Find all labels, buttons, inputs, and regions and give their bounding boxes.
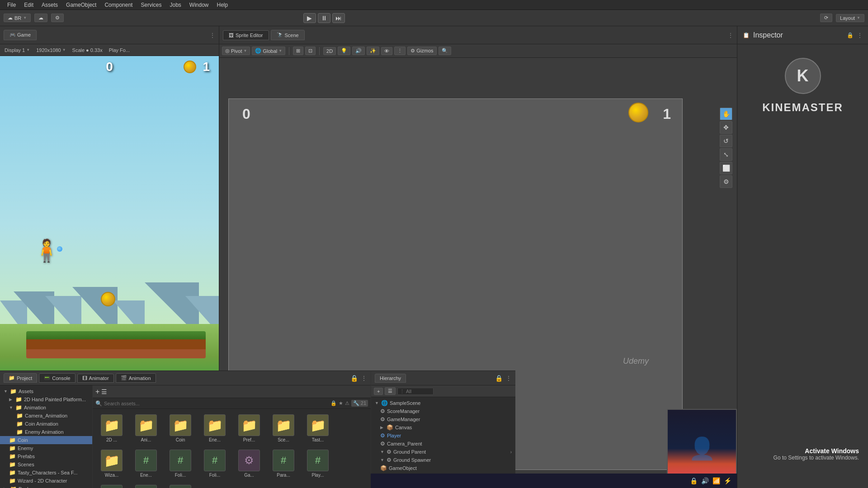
rotate-tool[interactable]: ↺ [720,135,732,147]
account-button[interactable]: ☁ BR ▼ [4,14,31,22]
play-button[interactable]: ▶ [303,13,316,23]
tab-hierarchy[interactable]: Hierarchy [375,374,406,383]
asset-menu-icon[interactable]: ☰ [101,388,107,395]
tree-camera-animation[interactable]: 📁 Camera_Animation [0,412,92,420]
hier-ground-parent[interactable]: ▼ ⚙ Ground Parent › [371,448,515,456]
2d-button[interactable]: 2D [323,47,336,55]
hierarchy-more-icon[interactable]: ⋮ [505,375,512,382]
asset-animation[interactable]: 📁 Ani... [131,413,161,444]
layout-dropdown[interactable]: Layout ▼ [836,14,864,22]
hier-player[interactable]: ⚙ Player [371,432,515,440]
inspector-more-icon[interactable]: ⋮ [857,32,863,38]
hier-camera-parent[interactable]: ⚙ Camera_Parent [371,440,515,448]
asset-script-spawn[interactable]: # Spa... [165,483,196,488]
taskbar-icon-4[interactable]: ⚡ [724,477,731,484]
asset-scenes[interactable]: 📁 Sce... [268,413,299,444]
asset-prefabs[interactable]: 📁 Pref... [234,413,264,444]
menu-gameobject[interactable]: GameObject [62,1,100,9]
tab-scene[interactable]: 🔭 Scene [271,30,305,40]
tree-enemy[interactable]: 📁 Enemy [0,444,92,452]
hier-sample-scene[interactable]: ▼ 🌐 SampleScene [371,399,515,407]
asset-search-input[interactable] [104,401,158,406]
asset-script-3[interactable]: # Foli... [199,448,230,479]
rect-tool[interactable]: ⬜ [720,162,732,174]
tab-project[interactable]: 📁 Project [4,373,37,383]
asset-script-4[interactable]: # Para... [268,448,299,479]
hier-ground-spawner[interactable]: ▼ ⚙ Ground Spawner [371,456,515,464]
hidden-button[interactable]: 👁 [381,47,392,55]
game-scale-selector[interactable]: Scale ● 0.33x [71,47,104,53]
lighting-button[interactable]: 💡 [338,47,350,55]
snap-button[interactable]: ⊡ [305,47,316,55]
tab-animator[interactable]: 🎞 Animator [77,374,114,383]
game-play-focus[interactable]: Play Fo... [107,47,132,53]
taskbar-icon-3[interactable]: 📶 [712,477,720,484]
pivot-button[interactable]: ◎ Pivot ▼ [222,47,250,55]
cloud-button[interactable]: ☁ [34,14,47,22]
tab-animation[interactable]: 🎬 Animation [116,373,156,383]
asset-enemy[interactable]: 📁 Ene... [199,413,230,444]
hier-game-manager[interactable]: ⚙ GameManager [371,415,515,423]
grid-button[interactable]: ⊞ [293,47,303,55]
fx-button[interactable]: ✨ [367,47,379,55]
taskbar-icon-1[interactable]: 🔒 [690,477,698,484]
tree-animation[interactable]: ▼ 📁 Animation [0,404,92,412]
project-more-icon[interactable]: ⋮ [361,375,367,382]
tree-2d-platform[interactable]: ▶ 📁 2D Hand Painted Platform... [0,395,92,404]
move-tool[interactable]: ✥ [720,121,732,134]
menu-file[interactable]: File [4,1,19,9]
scale-tool[interactable]: ⤡ [720,148,732,161]
tree-enemy-animation[interactable]: 📁 Enemy Animation [0,428,92,436]
global-button[interactable]: 🌐 Global ▼ [252,47,285,55]
game-resolution-selector[interactable]: 868x488 ▼ [34,47,67,53]
gizmos-button[interactable]: ⚙ Gizmos [407,47,436,55]
taskbar-icon-2[interactable]: 🔊 [701,477,709,484]
hier-score-manager[interactable]: ⚙ ScoreManager [371,407,515,415]
tab-game[interactable]: 🎮 Game [4,30,37,40]
layout-button[interactable]: ⟳ [820,14,832,22]
menu-edit[interactable]: Edit [20,1,37,9]
tree-coin[interactable]: 📁 Coin [0,436,92,444]
step-button[interactable]: ⏭ [332,13,345,23]
asset-script-score[interactable]: # Sco... [131,483,161,488]
asset-coin[interactable]: 📁 Coin [165,413,196,444]
tab-console[interactable]: 📟 Console [39,373,75,383]
project-lock-icon[interactable]: 🔒 [350,375,358,382]
tree-wizard[interactable]: 📁 Wizard - 2D Character [0,477,92,485]
scene-tab-more[interactable]: ⋮ [728,32,733,38]
add-asset-icon[interactable]: + [95,388,99,396]
settings-button[interactable]: ⚙ [51,14,64,22]
asset-tasty[interactable]: 📁 Tast... [302,413,333,444]
tab-sprite-editor[interactable]: 🖼 Sprite Editor [223,30,269,40]
asset-gear[interactable]: ⚙ Ga... [234,448,264,479]
game-display-selector[interactable]: Display 1 ▼ [3,47,32,53]
tree-coin-animation[interactable]: 📁 Coin Animation [0,420,92,428]
menu-window[interactable]: Window [186,1,212,9]
search-scene-button[interactable]: 🔍 [439,47,451,55]
transform-tool[interactable]: ⚙ [720,175,732,188]
asset-wizard[interactable]: 📁 Wiza... [96,448,127,479]
pause-button[interactable]: ⏸ [318,13,330,23]
tree-packages[interactable]: ▶ 📁 Packages [0,485,92,488]
audio-button[interactable]: 🔊 [352,47,365,55]
inspector-lock-icon[interactable]: 🔒 [847,32,854,38]
hierarchy-lock-icon[interactable]: 🔒 [495,375,503,382]
hier-canvas[interactable]: ▶ 📦 Canvas [371,423,515,432]
menu-services[interactable]: Services [137,1,165,9]
menu-jobs[interactable]: Jobs [166,1,184,9]
asset-script-scene[interactable]: # Sce... [96,483,127,488]
extra-button[interactable]: ⋮ [394,47,406,55]
asset-script-1[interactable]: # Ene... [131,448,161,479]
menu-assets[interactable]: Assets [38,1,61,9]
hier-game-object[interactable]: 📦 GameObject [371,464,515,472]
hierarchy-menu-btn[interactable]: ☰ [385,387,396,395]
menu-component[interactable]: Component [101,1,136,9]
tree-scenes[interactable]: 📁 Scenes [0,460,92,469]
tree-assets-root[interactable]: ▼ 📁 Assets [0,387,92,395]
tree-tasty[interactable]: 📁 Tasty_Characters - Sea F... [0,469,92,477]
asset-script-2[interactable]: # Foli... [165,448,196,479]
hand-tool[interactable]: ✋ [720,108,732,120]
menu-help[interactable]: Help [213,1,232,9]
asset-script-5[interactable]: # Play... [302,448,333,479]
tree-prefabs[interactable]: 📁 Prefabs [0,452,92,460]
